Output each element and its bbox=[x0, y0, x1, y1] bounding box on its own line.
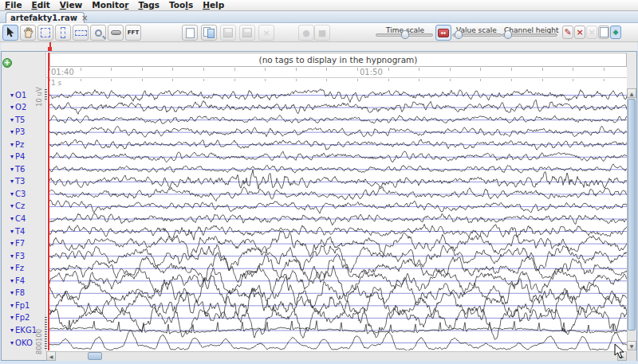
record-monitor-button[interactable]: ● bbox=[298, 25, 314, 41]
channel-name: C3 bbox=[15, 190, 26, 198]
channel-label-T4[interactable]: ▾T4 bbox=[10, 226, 26, 236]
montage-page-button[interactable] bbox=[598, 25, 609, 39]
value-scale-slider-thumb[interactable] bbox=[455, 30, 463, 39]
menu-help[interactable]: Help bbox=[198, 0, 229, 10]
channel-expand-icon[interactable]: ▾ bbox=[10, 153, 14, 160]
channel-expand-icon[interactable]: ▾ bbox=[10, 240, 14, 247]
channel-expand-icon[interactable]: ▾ bbox=[10, 116, 14, 123]
close-x-icon: × bbox=[262, 29, 270, 37]
channel-expand-icon[interactable]: ▾ bbox=[10, 141, 14, 148]
channel-expand-icon[interactable]: ▾ bbox=[10, 314, 14, 321]
channel-label-T6[interactable]: ▾T6 bbox=[10, 164, 26, 174]
montage-tools-button[interactable]: × bbox=[574, 25, 585, 39]
channel-expand-icon[interactable]: ▾ bbox=[10, 128, 14, 135]
channel-label-Fp2[interactable]: ▾Fp2 bbox=[10, 313, 30, 323]
time-tick bbox=[326, 68, 327, 71]
channel-label-O1[interactable]: ▾O1 bbox=[10, 90, 26, 100]
menu-tools[interactable]: Tools bbox=[164, 0, 198, 10]
channel-name: Fz bbox=[15, 264, 24, 272]
new-tag-button[interactable] bbox=[182, 25, 198, 41]
channel-label-C3[interactable]: ▾C3 bbox=[10, 189, 26, 198]
add-channel-button[interactable]: + bbox=[2, 58, 12, 68]
select-page-tag-tool[interactable] bbox=[37, 25, 53, 41]
menu-monitor[interactable]: Monitor bbox=[87, 0, 133, 10]
channel-label-F7[interactable]: ▾F7 bbox=[10, 239, 25, 249]
signal-arrange-button[interactable]: ✎ bbox=[562, 25, 573, 39]
zoom-signal-tool[interactable] bbox=[90, 25, 106, 41]
remove-montage-button[interactable]: × bbox=[586, 25, 597, 39]
channel-expand-icon[interactable]: ▾ bbox=[10, 289, 14, 296]
close-tag-button[interactable]: × bbox=[258, 25, 274, 41]
signal-plot[interactable] bbox=[49, 86, 627, 350]
channel-expand-icon[interactable]: ▾ bbox=[10, 228, 14, 235]
menu-edit[interactable]: Edit bbox=[27, 0, 55, 10]
channel-label-F3[interactable]: ▾F3 bbox=[10, 251, 25, 260]
channel-label-T5[interactable]: ▾T5 bbox=[10, 115, 26, 124]
channel-expand-icon[interactable]: ▾ bbox=[10, 215, 14, 222]
select-channel-tag-tool[interactable] bbox=[55, 25, 71, 41]
channel-height-slider-thumb[interactable] bbox=[504, 30, 512, 39]
channel-label-F4[interactable]: ▾F4 bbox=[10, 276, 25, 285]
channel-expand-icon[interactable]: ▾ bbox=[10, 327, 14, 334]
time-tick bbox=[142, 68, 143, 71]
tab-artefakty1[interactable]: artefakty1.raw × bbox=[6, 12, 85, 23]
select-block-tag-tool[interactable] bbox=[73, 25, 89, 41]
value-scale-label-O1: 10 uV bbox=[35, 86, 43, 107]
scroll-up-button[interactable]: ▲ bbox=[627, 88, 636, 98]
channel-label-Fp1[interactable]: ▾Fp1 bbox=[10, 300, 30, 310]
channel-label-Fz[interactable]: ▾Fz bbox=[10, 264, 24, 273]
channel-name: Pz bbox=[15, 140, 24, 149]
channel-expand-icon[interactable]: ▾ bbox=[10, 302, 14, 309]
scroll-left-button[interactable]: ◀ bbox=[46, 351, 56, 361]
channel-expand-icon[interactable]: ▾ bbox=[10, 190, 14, 198]
channel-label-P3[interactable]: ▾P3 bbox=[10, 127, 25, 137]
channel-expand-icon[interactable]: ▾ bbox=[10, 166, 14, 173]
stop-monitor-button[interactable]: ■ bbox=[314, 25, 330, 41]
channel-label-P4[interactable]: ▾P4 bbox=[10, 152, 25, 162]
channel-expand-icon[interactable]: ▾ bbox=[10, 178, 14, 185]
time-scale-slider-thumb[interactable] bbox=[401, 30, 409, 39]
pages-icon bbox=[203, 27, 215, 38]
channel-expand-icon[interactable]: ▾ bbox=[10, 339, 14, 346]
record-circle-icon: ● bbox=[302, 29, 310, 37]
open-tag-button[interactable] bbox=[201, 25, 217, 41]
horizontal-scrollbar-thumb[interactable] bbox=[88, 352, 102, 360]
channel-label-OKO[interactable]: ▾OKO bbox=[10, 338, 33, 347]
second-tick bbox=[81, 79, 81, 81]
time-tick bbox=[265, 68, 266, 71]
hand-pan-tool[interactable] bbox=[20, 25, 36, 41]
fit-time-scale-toggle[interactable]: ↔ bbox=[435, 25, 451, 41]
channel-label-Cz[interactable]: ▾Cz bbox=[10, 202, 25, 211]
channel-expand-icon[interactable]: ▾ bbox=[10, 202, 14, 209]
menu-file[interactable]: File bbox=[0, 0, 27, 10]
scroll-down-button[interactable]: ▼ bbox=[627, 341, 636, 350]
channel-expand-icon[interactable]: ▾ bbox=[10, 104, 14, 111]
horizontal-scrollbar[interactable] bbox=[46, 351, 627, 361]
channel-name: T5 bbox=[15, 115, 25, 124]
channel-expand-icon[interactable]: ▾ bbox=[10, 264, 14, 272]
channel-label-T3[interactable]: ▾T3 bbox=[10, 177, 26, 186]
save-tag-button[interactable] bbox=[220, 25, 236, 41]
channel-label-F8[interactable]: ▾F8 bbox=[10, 288, 25, 298]
channel-expand-icon[interactable]: ▾ bbox=[10, 277, 14, 284]
time-label-start: 01:40 bbox=[51, 68, 74, 76]
arrow-select-tool[interactable] bbox=[2, 25, 18, 41]
channel-label-Pz[interactable]: ▾Pz bbox=[10, 139, 24, 149]
channel-label-C4[interactable]: ▾C4 bbox=[10, 214, 26, 224]
channel-expand-icon[interactable]: ▾ bbox=[10, 92, 14, 99]
menu-view[interactable]: View bbox=[55, 0, 87, 10]
tab-close-icon[interactable]: × bbox=[81, 14, 88, 22]
value-scale-label-OKO: 800 bbox=[35, 334, 43, 354]
vertical-scrollbar-thumb[interactable] bbox=[628, 99, 636, 331]
save-tag-as-button[interactable] bbox=[239, 25, 255, 41]
channel-label-EKG1[interactable]: ▾EKG1 bbox=[10, 325, 37, 335]
filters-button[interactable]: ◆ bbox=[610, 25, 621, 39]
scale-ruler-bottom bbox=[45, 317, 47, 349]
dashed-row-icon bbox=[75, 30, 87, 36]
channel-expand-icon[interactable]: ▾ bbox=[10, 252, 14, 260]
second-tick bbox=[234, 79, 235, 81]
menu-tags[interactable]: Tags bbox=[133, 0, 164, 10]
fft-window-tool[interactable]: FFT bbox=[125, 25, 141, 41]
channel-label-O2[interactable]: ▾O2 bbox=[10, 103, 26, 112]
ruler-tool[interactable] bbox=[108, 25, 124, 41]
